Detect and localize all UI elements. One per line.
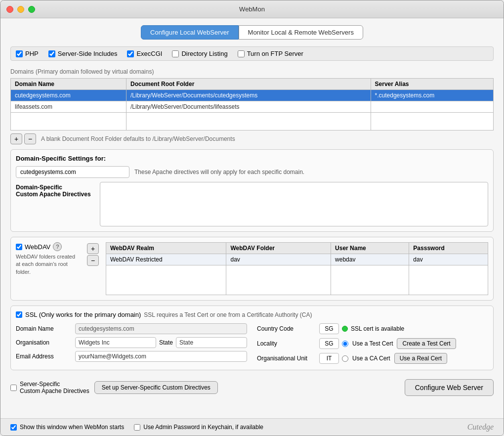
setup-directives-button[interactable]: Set up Server-Specific Custom Directives bbox=[94, 381, 218, 394]
apache-note: These Apache directives will only apply … bbox=[134, 169, 304, 175]
status-bar: Show this window when WebMon starts Use … bbox=[0, 418, 504, 436]
ssl-org-row: Organisation State bbox=[16, 337, 247, 348]
close-button[interactable] bbox=[6, 6, 13, 13]
table-row[interactable] bbox=[11, 113, 494, 131]
webdav-table: WebDAV Realm WebDAV Folder User Name Pas… bbox=[106, 242, 488, 295]
admin-checkbox-item[interactable]: Use Admin Password in Keychain, if avail… bbox=[134, 424, 263, 431]
ssl-org-input[interactable] bbox=[75, 337, 156, 348]
use-test-cert-radio[interactable] bbox=[342, 341, 348, 347]
remove-webdav-button[interactable]: − bbox=[87, 255, 99, 266]
use-ca-cert-label: Use a CA Cert bbox=[352, 355, 390, 362]
remove-domain-button[interactable]: − bbox=[24, 133, 36, 144]
table-row[interactable] bbox=[106, 265, 488, 295]
ssl-orgunit-label: Organisational Unit bbox=[257, 355, 316, 362]
domains-label: Domains (Primary domain followed by virt… bbox=[10, 68, 494, 75]
show-checkbox[interactable] bbox=[10, 424, 17, 431]
col-domain: Domain Name bbox=[11, 79, 126, 90]
domains-section: Domains (Primary domain followed by virt… bbox=[10, 68, 494, 144]
server-specific-label: Server-SpecificCustom Apache Directives bbox=[20, 381, 89, 394]
webdav-controls-row: WebDAV ? WebDAV folders created at each … bbox=[16, 242, 488, 295]
webdav-password: dav bbox=[409, 254, 488, 265]
ssl-country-input[interactable] bbox=[319, 323, 339, 334]
ssl-ca-cert-row: Use a CA Cert Use a Real Cert bbox=[342, 353, 447, 364]
ssl-country-label: Country Code bbox=[257, 325, 316, 332]
ssi-checkbox-item[interactable]: Server-Side Includes bbox=[48, 50, 118, 57]
ssl-left-fields: Domain Name Organisation State Email Add… bbox=[16, 323, 247, 365]
webdav-checkbox-row: WebDAV ? bbox=[16, 242, 80, 251]
php-checkbox-item[interactable]: PHP bbox=[16, 50, 39, 57]
webdav-help-button[interactable]: ? bbox=[53, 242, 62, 251]
create-test-cert-button[interactable]: Create a Test Cert bbox=[397, 338, 456, 349]
domain-input-row: These Apache directives will only apply … bbox=[16, 166, 488, 178]
col-webdav-password: Passsword bbox=[409, 243, 488, 254]
server-alias bbox=[371, 101, 493, 113]
content-area: Configure Local WebServer Monitor Local … bbox=[0, 18, 504, 418]
dirlisting-checkbox-item[interactable]: Directory Listing bbox=[172, 50, 227, 57]
table-row[interactable]: lifeassets.com /Library/WebServer/Docume… bbox=[11, 101, 494, 113]
tab-monitor[interactable]: Monitor Local & Remote WebServers bbox=[239, 25, 363, 40]
ftpserver-checkbox[interactable] bbox=[238, 50, 245, 57]
ssl-locality-input[interactable] bbox=[319, 338, 339, 349]
ssl-checkbox[interactable] bbox=[16, 311, 22, 318]
execcgi-checkbox-item[interactable]: ExecCGI bbox=[127, 50, 162, 57]
minimize-button[interactable] bbox=[17, 6, 24, 13]
server-specific-checkbox-item[interactable]: Server-SpecificCustom Apache Directives bbox=[10, 381, 89, 394]
add-domain-button[interactable]: + bbox=[10, 133, 22, 144]
ssl-right-fields: Country Code SSL cert is available Local… bbox=[257, 323, 488, 365]
use-real-cert-button[interactable]: Use a Real Cert bbox=[394, 353, 447, 364]
show-label: Show this window when WebMon starts bbox=[20, 424, 124, 431]
cutedge-logo: Cutedge bbox=[467, 423, 494, 432]
server-specific-checkbox[interactable] bbox=[10, 385, 17, 391]
webdav-description: WebDAV folders created at each domain's … bbox=[16, 253, 80, 276]
ssl-domain-label: Domain Name bbox=[16, 325, 75, 332]
webdav-realm: WebDAV Restricted bbox=[106, 254, 226, 265]
add-remove-row: + − A blank Document Root Folder default… bbox=[10, 133, 494, 144]
main-window: WebMon Configure Local WebServer Monitor… bbox=[0, 0, 504, 436]
domain-specific-section: Domain-Specific Settings for: These Apac… bbox=[10, 149, 494, 232]
ssl-header: SSL (Only works for the primary domain) … bbox=[16, 311, 488, 318]
domain-specific-label: Domain-Specific Settings for: bbox=[16, 155, 488, 162]
col-root: Document Root Folder bbox=[126, 79, 371, 90]
ssl-test-cert-row: Use a Test Cert Create a Test Cert bbox=[342, 338, 456, 349]
ssl-state-input[interactable] bbox=[176, 337, 247, 348]
admin-label: Use Admin Password in Keychain, if avail… bbox=[143, 424, 263, 431]
dirlisting-checkbox[interactable] bbox=[172, 50, 179, 57]
ssl-available-icon bbox=[342, 326, 348, 332]
add-webdav-button[interactable]: + bbox=[87, 243, 99, 254]
show-checkbox-item[interactable]: Show this window when WebMon starts bbox=[10, 424, 124, 431]
use-ca-cert-radio[interactable] bbox=[342, 355, 348, 362]
ssi-checkbox[interactable] bbox=[48, 50, 55, 57]
domain-specific-input[interactable] bbox=[16, 166, 129, 178]
feature-checkboxes: PHP Server-Side Includes ExecCGI Directo… bbox=[10, 46, 494, 61]
ssl-domain-input[interactable] bbox=[75, 323, 247, 334]
table-row[interactable]: cutedgesystems.com /Library/WebServer/Do… bbox=[11, 90, 494, 101]
dirlisting-label: Directory Listing bbox=[181, 50, 227, 57]
traffic-lights bbox=[6, 6, 35, 13]
ssl-email-input[interactable] bbox=[75, 351, 247, 362]
ssl-email-row: Email Address bbox=[16, 351, 247, 362]
execcgi-checkbox[interactable] bbox=[127, 50, 134, 57]
maximize-button[interactable] bbox=[28, 6, 35, 13]
ssl-orgunit-input[interactable] bbox=[319, 353, 339, 364]
bottom-section: Server-SpecificCustom Apache Directives … bbox=[10, 375, 494, 400]
configure-web-server-button[interactable]: Configure Web Server bbox=[405, 379, 494, 396]
ssl-domain-row: Domain Name bbox=[16, 323, 247, 334]
ssl-label: SSL (Only works for the primary domain) bbox=[25, 311, 141, 318]
ssl-orgunit-row: Organisational Unit Use a CA Cert Use a … bbox=[257, 353, 488, 364]
directives-textarea[interactable] bbox=[100, 182, 488, 226]
ftpserver-checkbox-item[interactable]: Turn on FTP Server bbox=[238, 50, 303, 57]
ssl-note: SSL requires a Test Cert or one from a C… bbox=[144, 311, 312, 318]
doc-root: /Library/WebServer/Documents/lifeassets bbox=[126, 101, 371, 113]
admin-checkbox[interactable] bbox=[134, 424, 140, 431]
ssl-section: SSL (Only works for the primary domain) … bbox=[10, 305, 494, 370]
execcgi-label: ExecCGI bbox=[136, 50, 162, 57]
ssl-locality-label: Locality bbox=[257, 340, 316, 347]
webdav-folder: dav bbox=[226, 254, 331, 265]
table-row[interactable]: WebDAV Restricted dav webdav dav bbox=[106, 254, 488, 265]
ssl-email-label: Email Address bbox=[16, 353, 75, 360]
php-checkbox[interactable] bbox=[16, 50, 23, 57]
col-webdav-user: User Name bbox=[331, 243, 409, 254]
domain-hint: A blank Document Root Folder defaults to… bbox=[41, 135, 235, 142]
webdav-checkbox[interactable] bbox=[16, 244, 22, 250]
tab-configure[interactable]: Configure Local WebServer bbox=[141, 25, 238, 40]
